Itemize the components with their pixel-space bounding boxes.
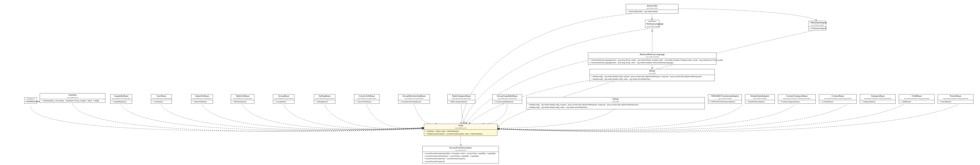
interface-fieldattributes[interactable]: «interface» FieldAttributes [24, 97, 37, 103]
class-ymdhmstimestampadaptor[interactable]: YMDHMSTimestampAdaptororg.melati.templat… [708, 94, 742, 104]
ops: + AdminUtils(melati : org.melati.Melati) [626, 10, 678, 13]
class-abstractmarkuplanguage[interactable]: AbstractMarkupLanguage org.melati.templa… [588, 52, 716, 65]
class-name: CapabilityBase [111, 95, 131, 98]
class-package: org.melati.template [746, 98, 773, 100]
class-name: TableCategoryBase [449, 95, 474, 98]
class-groupcapabilitybase[interactable]: GroupCapabilityBaseorg.melati.poem.gener… [492, 94, 522, 104]
class-userbase[interactable]: UserBaseorg.melati.poem.generated + User… [151, 94, 172, 104]
interface-markuplanguage[interactable]: «interface» MarkupLanguage org.melati.te… [645, 20, 659, 28]
stereotype: «interface» [25, 98, 35, 100]
class-package: org.melati.example.contacts.generated [861, 98, 894, 100]
ops: + Melati(config : org.melati.MelatiConfi… [527, 103, 705, 109]
class-childbase[interactable]: ChildBaseorg.melati.example.odmg.generat… [899, 94, 934, 104]
class-categorybase[interactable]: CategoryBaseorg.melati.example.contacts.… [860, 94, 896, 104]
class-package: org.melati.poem.generated [232, 98, 253, 100]
ops: + AccessPoemException(problem : Exceptio… [423, 152, 499, 163]
ops: + Field(raw : Object, attrs : FieldAttri… [424, 130, 497, 136]
class-name: GroupBase [274, 95, 293, 98]
class-name: SettingBase [315, 95, 334, 98]
class-field[interactable]: Field org.melati.poem + Field(raw : Obje… [424, 124, 498, 136]
class-name: ChildBase [900, 95, 933, 98]
class-package: org.melati.poem.generated [315, 98, 334, 100]
class-package: org.melati.poem.generated [192, 98, 212, 100]
ops: + ValueInfoBase() [191, 100, 213, 103]
class-name: FieldAttributes [25, 100, 35, 103]
stereotype: «interface» [646, 21, 658, 22]
ops: + SimpleDateAdaptor() [745, 100, 775, 103]
class-package: org.melati.template [810, 24, 825, 26]
class-settingbase[interactable]: SettingBaseorg.melati.poem.generated + S… [314, 94, 335, 104]
class-columninfobase[interactable]: ColumnInfoBaseorg.melati.poem.generated … [354, 94, 379, 104]
class-name: Melati [528, 98, 703, 100]
ops: + GroupBase() [273, 100, 294, 103]
class-contactbase[interactable]: ContactBaseorg.melati.example.contacts.g… [819, 94, 857, 104]
class-tablecategorybase[interactable]: TableCategoryBaseorg.melati.poem.generat… [447, 94, 475, 104]
class-name: CategoryBase [861, 95, 894, 98]
ops: + ColumnInfoBase() [354, 100, 379, 103]
class-package: org.melati.template [589, 56, 715, 58]
class-package: org.melati.poem.generated [494, 98, 521, 100]
class-simpledateadaptor[interactable]: SimpleDateAdaptororg.melati.template + S… [745, 94, 775, 104]
class-package: org.melati.admin [627, 7, 677, 10]
ops: + SettingBase() [314, 100, 335, 103]
class-package: org.melati.poem [425, 127, 496, 129]
ops: + CategoryBase() [860, 100, 896, 103]
class-parentbase[interactable]: ParentBaseorg.melati.example.odmg.genera… [938, 94, 974, 104]
class-name: Field [425, 124, 496, 127]
class-name: FieldSet [41, 94, 104, 97]
class-tableinfobase[interactable]: TableInfoBaseorg.melati.poem.generated +… [231, 94, 254, 104]
class-package: org.melati.poem [41, 97, 104, 98]
class-contactcategorybase[interactable]: ContactCategoryBaseorg.melati.example.co… [778, 94, 816, 104]
ops: + CapabilityBase() [110, 100, 132, 103]
class-name: ContactCategoryBase [780, 95, 814, 98]
ops: + Melati(config : org.melati.MelatiConfi… [590, 75, 714, 81]
class-package: org.melati.poem.generated [355, 98, 378, 100]
ops: + TableInfoBase() [231, 100, 254, 103]
class-groupmembershipbase[interactable]: GroupMembershipBaseorg.melati.poem.gener… [398, 94, 430, 104]
class-package: org.melati.poem.generated [153, 98, 170, 100]
class-package: org.melati [591, 72, 713, 75]
class-melati-top[interactable]: Melati org.melati + Melati(config : org.… [590, 69, 715, 81]
class-name: ContactBase [820, 95, 855, 98]
ops: + ChildBase() [899, 100, 934, 103]
class-name: GroupCapabilityBase [494, 95, 521, 98]
class-groupbase[interactable]: GroupBaseorg.melati.poem.generated + Gro… [273, 94, 294, 104]
class-package: org.melati.poem.generated [274, 98, 293, 100]
ops: + ContactCategoryBase() [778, 100, 816, 103]
class-accesspoemexception[interactable]: AccessPoemException org.melati.poem + Ac… [422, 146, 499, 163]
class-package: org.melati [528, 100, 703, 103]
class-package: org.melati.example.contacts.generated [820, 98, 855, 100]
class-capabilitybase[interactable]: CapabilityBaseorg.melati.poem.generated … [110, 94, 132, 104]
ops: + GroupMembershipBase() [398, 100, 430, 103]
ops: + FieldSet(table_columnMap : Hashtable<S… [40, 99, 105, 103]
class-name: SimpleDateAdaptor [746, 95, 773, 98]
ops: + AbstractMarkupLanguage(name : java.lan… [588, 59, 716, 65]
ops: + UserBase() [151, 100, 172, 103]
ops: + TableCategoryBase() [448, 100, 475, 103]
class-name: UserBase [153, 95, 170, 98]
class-name: ColumnInfoBase [355, 95, 378, 98]
class-package: org.melati.template [710, 98, 740, 100]
class-melati-row[interactable]: Melati org.melati + Melati(config : org.… [527, 97, 705, 109]
class-package: org.melati.template [646, 25, 658, 27]
class-name: ParentBase [939, 95, 972, 98]
ops: + ParentBase() [938, 100, 973, 103]
class-name: Melati [591, 70, 713, 72]
class-package: org.melati.example.contacts.generated [780, 98, 814, 100]
class-name: GroupMembershipBase [399, 95, 428, 98]
class-package: org.melati.poem.generated [111, 98, 131, 100]
class-adminutils[interactable]: AdminUtils org.melati.admin + AdminUtils… [626, 4, 678, 13]
class-package: org.melati.poem.generated [449, 98, 474, 100]
ops: # YMDHMSTimestampAdaptor() [708, 100, 741, 103]
class-name: AccessPoemException [424, 146, 498, 149]
class-name: MarkupLanguage [646, 22, 658, 25]
class-name: YMDHMSTimestampAdaptor [710, 95, 740, 98]
class-fieldset[interactable]: FieldSet org.melati.poem + FieldSet(tabl… [40, 93, 105, 103]
class-ymddateadaptor[interactable]: YMDDateAdaptor org.melati.template # YMD… [808, 21, 826, 30]
ops: + ContactBase() [819, 100, 856, 103]
class-name: AdminUtils [627, 5, 677, 7]
class-name: TableInfoBase [232, 95, 253, 98]
class-valueinfobase[interactable]: ValueInfoBaseorg.melati.poem.generated +… [191, 94, 213, 104]
class-package: org.melati.poem.generated [399, 98, 428, 100]
class-name: AbstractMarkupLanguage [589, 53, 715, 56]
